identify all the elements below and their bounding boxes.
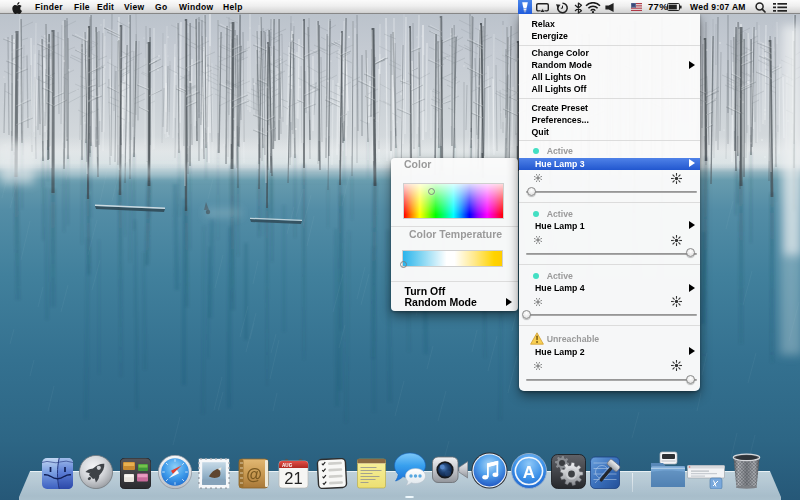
svg-text:AUG: AUG — [282, 462, 293, 467]
svg-text:@: @ — [246, 465, 262, 482]
svg-text:A: A — [523, 462, 535, 481]
svg-text:21: 21 — [284, 468, 302, 486]
